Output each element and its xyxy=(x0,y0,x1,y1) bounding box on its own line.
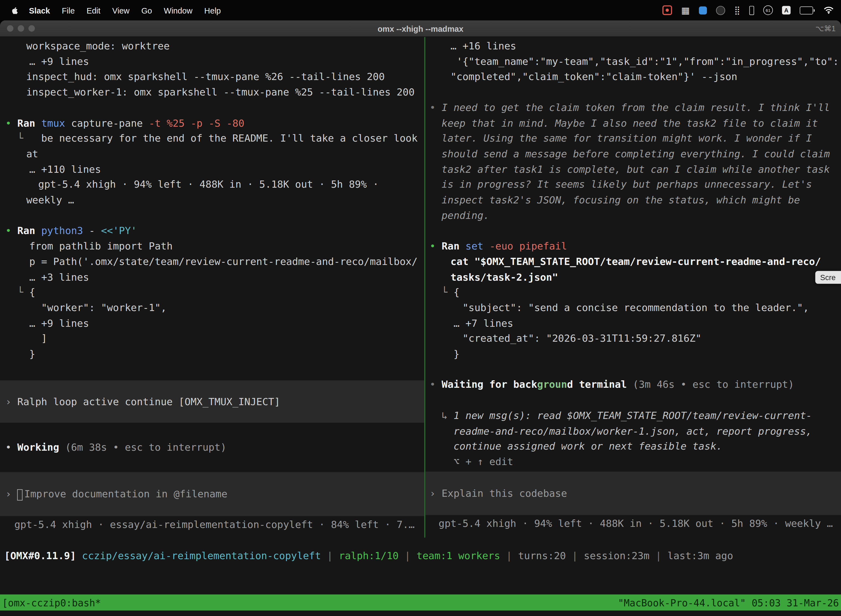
terminal-line: "completed","claim_token":"claim-token"}… xyxy=(425,70,841,85)
terminal-line: … +7 lines xyxy=(425,316,841,331)
text-segment: ↳ xyxy=(441,410,453,421)
dark-circle-icon[interactable] xyxy=(716,6,725,15)
zoom-window-button[interactable] xyxy=(28,25,35,31)
battery-icon[interactable] xyxy=(800,6,815,14)
terminal-line: p = Path('.omx/state/team/review-current… xyxy=(0,254,424,270)
status-segment: | xyxy=(566,550,584,561)
dots-grid-icon[interactable]: ⣿ xyxy=(734,6,740,14)
prompt-input-band[interactable]: › Improve documentation in @filename xyxy=(0,472,424,516)
text-segment: capture-pane xyxy=(71,117,149,129)
menu-app-name[interactable]: Slack xyxy=(23,6,56,15)
text-segment: -t %25 -p -S -80 xyxy=(149,117,244,129)
terminal-line: } xyxy=(425,347,841,362)
spacer xyxy=(0,423,424,440)
grid-icon[interactable]: ▦ xyxy=(681,6,690,15)
status-segment: [OMX#0.11.9] xyxy=(4,550,82,561)
window-controls xyxy=(7,21,35,37)
text-segment: • xyxy=(5,442,17,453)
text-segment: • xyxy=(429,241,441,252)
text-segment: groun xyxy=(537,379,567,390)
text-segment: readme-and-reco/mailbox/worker-1.json, a… xyxy=(454,425,812,437)
status-segment: | xyxy=(649,550,667,561)
ralph-notice-band[interactable]: › Ralph loop active continue [OMX_TMUX_I… xyxy=(0,380,424,423)
text-segment: └ xyxy=(18,133,41,144)
menu-go[interactable]: Go xyxy=(135,6,158,15)
text-segment: • xyxy=(429,379,441,390)
text-segment: inspect_worker-1: omx sparkshell --tmux-… xyxy=(26,87,415,98)
terminal-line: › Ralph loop active continue [OMX_TMUX_I… xyxy=(0,394,424,409)
text-segment: … +7 lines xyxy=(454,317,513,329)
text-segment: … +9 lines xyxy=(29,317,89,329)
window-titlebar[interactable]: omx --xhigh --madmax ⌥⌘1 xyxy=(0,21,841,37)
terminal-line xyxy=(0,100,424,116)
terminal-line: … +16 lines xyxy=(425,39,841,54)
terminal-line: ⌥ + ↑ edit xyxy=(425,454,841,470)
text-segment: gpt-5.4 xhigh · 94% left · 488K in · 5.1… xyxy=(38,179,379,190)
slim-device-icon[interactable] xyxy=(749,6,754,15)
text-segment: '{"team_name":"my-team","task_id":"1","f… xyxy=(457,56,839,67)
status-segment: | xyxy=(321,550,339,561)
terminal-line: └ be necessary for the end of the README… xyxy=(0,131,424,147)
window-title: omx --xhigh --madmax xyxy=(378,24,463,33)
text-segment: "subject": "send a concise recommendatio… xyxy=(463,302,809,313)
terminal-line: readme-and-reco/mailbox/worker-1.json, a… xyxy=(425,424,841,439)
text-segment: } xyxy=(29,348,35,359)
text-segment: … +16 lines xyxy=(451,40,516,51)
terminal-line xyxy=(0,208,424,224)
terminal-line: • Working (6m 38s • esc to interrupt) xyxy=(0,440,424,456)
terminal-window: omx --xhigh --madmax ⌥⌘1 workspace_mode:… xyxy=(0,21,841,616)
terminal-line: … +9 lines xyxy=(0,316,424,331)
terminal-line: … +9 lines xyxy=(0,54,424,70)
text-segment: I need to get the claim token from the c… xyxy=(441,102,830,113)
terminal-line: ] xyxy=(0,331,424,347)
text-segment: └ xyxy=(18,286,29,298)
terminal-line: at xyxy=(0,147,424,162)
menu-bar-status-icons: ▦ ⣿ 61 A xyxy=(662,5,841,15)
right-pane[interactable]: … +16 lines'{"team_name":"my-team","task… xyxy=(425,37,841,538)
terminal-line: } xyxy=(0,347,424,362)
text-segment: (3m 46s • esc to interrupt) xyxy=(633,379,794,390)
terminal-line: '{"team_name":"my-team","task_id":"1","f… xyxy=(425,54,841,70)
terminal-line: tasks/task-2.json" xyxy=(425,270,841,285)
input-source-icon[interactable]: A xyxy=(782,6,791,14)
menu-view[interactable]: View xyxy=(106,6,135,15)
text-segment: Working xyxy=(18,442,65,453)
minimize-window-button[interactable] xyxy=(18,25,24,31)
screen: Slack File Edit View Go Window Help ▦ ⣿ … xyxy=(0,0,841,616)
text-segment: { xyxy=(454,286,460,298)
left-pane[interactable]: workspace_mode: worktree… +9 linesinspec… xyxy=(0,37,424,538)
text-segment: is in progress? It seems likely but perh… xyxy=(441,179,812,190)
status-segment: session:23m xyxy=(584,550,649,561)
text-segment: task2 after task1 is complete, but can I… xyxy=(441,163,830,175)
prompt-input-band[interactable]: › Explain this codebase xyxy=(425,471,841,515)
terminal-line: … +110 lines xyxy=(0,162,424,177)
terminal-line: gpt-5.4 xhigh · 94% left · 488K in · 5.1… xyxy=(425,516,841,532)
menu-edit[interactable]: Edit xyxy=(81,6,106,15)
terminal-line: should send a message before completing … xyxy=(425,147,841,162)
text-segment: 1 new msg(s): read $OMX_TEAM_STATE_ROOT/… xyxy=(454,410,812,421)
menu-window[interactable]: Window xyxy=(158,6,198,15)
gauge-icon[interactable]: 61 xyxy=(763,5,773,15)
text-segment: cat "$OMX_TEAM_STATE_ROOT/team/review-cu… xyxy=(451,256,821,267)
wifi-icon[interactable] xyxy=(824,6,834,14)
menu-file[interactable]: File xyxy=(56,6,81,15)
text-segment: Ran xyxy=(18,117,41,129)
text-segment: Improve documentation in @filename xyxy=(24,488,227,500)
apple-menu-icon[interactable] xyxy=(7,6,23,14)
menu-help[interactable]: Help xyxy=(198,6,227,15)
status-segment: last:3m ago xyxy=(667,550,733,561)
text-segment: d terminal xyxy=(567,379,633,390)
close-window-button[interactable] xyxy=(7,25,13,31)
text-segment: └ xyxy=(441,286,453,298)
blue-app-icon[interactable] xyxy=(699,6,707,14)
text-segment: tmux xyxy=(41,117,71,129)
status-segment: | xyxy=(500,550,518,561)
text-segment: • xyxy=(5,225,17,236)
text-segment: Ran xyxy=(18,225,41,236)
terminal-line: • Ran python3 - <<'PY' xyxy=(0,223,424,239)
screen-tooltip[interactable]: Scre xyxy=(815,271,841,284)
screen-recording-icon[interactable] xyxy=(662,5,672,15)
text-segment: › xyxy=(5,488,17,500)
menu-bar-left: Slack File Edit View Go Window Help xyxy=(0,6,227,15)
text-segment: inspect task2's JSON, focusing on the st… xyxy=(441,194,800,205)
